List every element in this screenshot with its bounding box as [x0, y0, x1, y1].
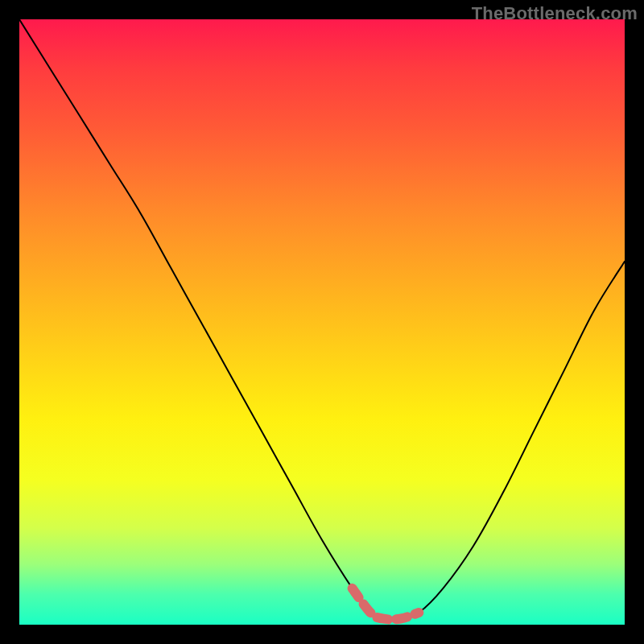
- bottleneck-curve: [19, 19, 625, 619]
- trough-highlight: [353, 588, 419, 620]
- chart-svg: [19, 19, 625, 625]
- chart-plot-area: [19, 19, 625, 625]
- chart-frame: TheBottleneck.com: [0, 0, 644, 644]
